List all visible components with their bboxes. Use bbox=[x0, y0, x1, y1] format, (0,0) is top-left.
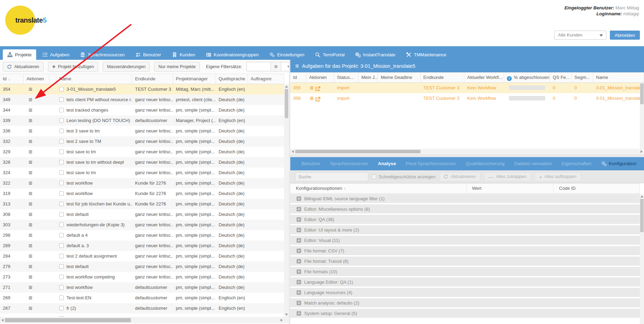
column-header-meine-deadline[interactable]: Meine Deadline bbox=[378, 73, 421, 82]
row-checkbox[interactable] bbox=[59, 97, 64, 102]
expand-group-icon[interactable]: + bbox=[297, 259, 301, 264]
row-checkbox[interactable] bbox=[59, 243, 64, 248]
scroll-up-icon[interactable] bbox=[641, 195, 643, 197]
config-group-match-analysis-defaults-2-[interactable]: + Match analysis: defaults (2) bbox=[290, 298, 640, 307]
column-header--abgeschlossen[interactable]: i% abgeschlossen bbox=[504, 73, 550, 82]
expand-group-icon[interactable]: + bbox=[297, 269, 301, 274]
row-checkbox[interactable] bbox=[59, 108, 64, 112]
row-actions-menu-icon[interactable]: ≡ bbox=[26, 106, 32, 114]
scroll-right-icon[interactable] bbox=[641, 150, 643, 153]
detail-tab-ereignisse[interactable]: Ereignisse bbox=[641, 157, 644, 170]
project-row-332[interactable]: 332≡test 2 save to TMganz neuer kritisc.… bbox=[0, 136, 284, 147]
row-actions-menu-icon[interactable]: ≡ bbox=[26, 252, 32, 260]
expand-group-icon[interactable]: + bbox=[297, 238, 301, 243]
config-refresh-button[interactable]: Aktualisieren bbox=[439, 172, 480, 181]
column-header-mein-j-[interactable]: Mein J... bbox=[359, 73, 378, 82]
column-header-code-id[interactable]: Code ID bbox=[553, 184, 640, 193]
row-checkbox[interactable] bbox=[59, 191, 64, 196]
row-checkbox[interactable] bbox=[59, 170, 64, 175]
expand-all-button[interactable]: +Alles aufklappen bbox=[534, 172, 581, 181]
nav-tab-sprachressourcen[interactable]: Sprachressourcen bbox=[76, 49, 129, 60]
search-input[interactable] bbox=[295, 172, 368, 181]
project-row-298[interactable]: 298≡default a 4ganz neuer kritisc...pm, … bbox=[0, 230, 284, 241]
expand-group-icon[interactable]: + bbox=[297, 217, 301, 222]
nav-tab-tmmaintenance[interactable]: TMMaintenance bbox=[402, 49, 451, 60]
expand-group-icon[interactable]: + bbox=[297, 228, 301, 232]
config-group-bilingual-idml-source-language-filter-1-[interactable]: + Bilingual IDML source language filter … bbox=[290, 194, 640, 203]
row-checkbox[interactable] bbox=[59, 295, 64, 300]
project-row-354[interactable]: 354≡3-01_Mission_translate5TEST Customer… bbox=[0, 84, 284, 95]
project-row-269[interactable]: 269≡Test-text-ENdefaultcustomerpm, simpl… bbox=[0, 293, 284, 303]
config-group-editor-miscellaneous-options-8-[interactable]: + Editor: Miscellaneous options (8) bbox=[290, 204, 640, 213]
column-header-aktionen[interactable]: Aktionen bbox=[24, 74, 49, 84]
row-actions-menu-icon[interactable]: ≡ bbox=[26, 148, 32, 155]
expand-group-icon[interactable]: + bbox=[297, 311, 301, 316]
panel-splitter-horizontal[interactable] bbox=[290, 154, 644, 157]
row-checkbox[interactable] bbox=[59, 254, 64, 258]
config-vertical-scrollbar[interactable] bbox=[640, 194, 644, 324]
row-checkbox[interactable] bbox=[59, 139, 64, 144]
collapse-all-button[interactable]: —Alles zuklappen bbox=[484, 172, 531, 181]
column-header-name[interactable]: Name bbox=[56, 74, 132, 84]
project-row-326[interactable]: 326≡test save to tm without deeplganz ne… bbox=[0, 157, 284, 168]
project-row-308[interactable]: 308≡test defaultganz neuer kritisc...pm,… bbox=[0, 209, 284, 220]
config-group-language-editor-qa-1-[interactable]: + Language Editor: QA (1) bbox=[290, 277, 640, 286]
column-header-auftragsnr-[interactable]: Auftragsnr. bbox=[248, 74, 284, 84]
expand-group-icon[interactable]: + bbox=[297, 290, 301, 295]
config-group-editor-visual-11-[interactable]: + Editor: Visual (11) bbox=[290, 236, 640, 245]
row-actions-menu-icon[interactable]: ≡ bbox=[26, 284, 32, 291]
config-group-file-format-transit-6-[interactable]: + File format: Transit (6) bbox=[290, 257, 640, 266]
refresh-button[interactable]: Aktualisieren bbox=[3, 62, 44, 72]
detail-tab-konfiguration[interactable]: Konfiguration bbox=[596, 157, 642, 170]
row-checkbox[interactable] bbox=[59, 275, 64, 279]
filter-sets-combobox[interactable] bbox=[246, 62, 294, 71]
row-checkbox[interactable] bbox=[59, 149, 64, 154]
show-readonly-checkbox[interactable] bbox=[372, 175, 376, 179]
project-row-349[interactable]: 349≡tets client PM without resource r...… bbox=[0, 95, 284, 105]
column-header-aktueller-workfl-[interactable]: Aktueller Workfl... bbox=[464, 73, 504, 82]
column-header-segm-[interactable]: Segm... bbox=[572, 73, 593, 82]
tasks-vertical-scrollbar[interactable] bbox=[640, 83, 644, 149]
row-checkbox[interactable] bbox=[59, 222, 64, 227]
nav-tab-instanttranslate[interactable]: AZInstantTranslate bbox=[351, 49, 400, 60]
row-actions-menu-icon[interactable]: ≡ bbox=[26, 211, 32, 218]
row-checkbox[interactable] bbox=[59, 87, 64, 91]
row-actions-menu-icon[interactable]: ≡ bbox=[26, 294, 32, 301]
only-my-projects-button[interactable]: Nur meine Projekte bbox=[154, 62, 200, 72]
column-header-id[interactable]: Id↓ bbox=[0, 74, 24, 84]
project-row-279[interactable]: 279≡test defaultganz neuer kritisc...pm,… bbox=[0, 261, 284, 272]
column-header-aktionen[interactable]: Aktionen bbox=[306, 73, 334, 82]
project-row-322[interactable]: 322≡test workflowKunde für 2276pm, simpl… bbox=[0, 178, 284, 188]
nav-tab-termportal[interactable]: TermPortal bbox=[311, 49, 349, 60]
project-row-324[interactable]: 324≡test save to tmganz neuer kritisc...… bbox=[0, 168, 284, 178]
column-header-qs-fe-[interactable]: QS Fe... bbox=[550, 73, 572, 82]
detail-tab-qualitätssicherung[interactable]: Qualitätssicherung bbox=[461, 157, 509, 170]
task-row-356[interactable]: 356 ≡ import TEST Customer 3 Kein Workfl… bbox=[290, 93, 644, 104]
column-header-name[interactable]: Name bbox=[593, 73, 644, 82]
detail-tab-dateien-verwalten[interactable]: Dateien verwalten bbox=[509, 157, 557, 170]
row-actions-menu-icon[interactable]: ≡ bbox=[26, 190, 32, 197]
config-group-language-resources-4-[interactable]: + Language resources (4) bbox=[290, 288, 640, 297]
project-row-271[interactable]: 271≡test workflowdefaultcustomerpm, simp… bbox=[0, 282, 284, 293]
column-header-wert[interactable]: Wert bbox=[466, 184, 553, 193]
config-group-system-setup-general-5-[interactable]: + System setup: General (5) bbox=[290, 309, 640, 318]
column-header-status-[interactable]: Status... bbox=[334, 73, 359, 82]
project-row-289[interactable]: 289≡default a. 3ganz neuer kritisc...pm,… bbox=[0, 241, 284, 251]
row-actions-menu-icon[interactable]: ≡ bbox=[26, 179, 32, 187]
scroll-up-icon[interactable] bbox=[285, 86, 288, 88]
detail-tab-eigenschaften[interactable]: Eigenschaften bbox=[557, 157, 596, 170]
expand-group-icon[interactable]: + bbox=[297, 249, 301, 253]
scrollbar-thumb[interactable] bbox=[285, 89, 288, 118]
nav-tab-benutzer[interactable]: Benutzer bbox=[131, 49, 166, 60]
row-checkbox[interactable] bbox=[59, 202, 64, 206]
row-actions-menu-icon[interactable]: ≡ bbox=[26, 159, 32, 166]
nav-tab-aufgaben[interactable]: Aufgaben bbox=[38, 49, 74, 60]
nav-tab-koordinatorengruppen[interactable]: Koordinatorengruppen bbox=[202, 49, 263, 60]
column-header-konfigurationsoptionen[interactable]: Konfigurationsoptionen↑ bbox=[290, 184, 466, 193]
projects-horizontal-scrollbar[interactable] bbox=[0, 317, 284, 323]
scroll-left-icon[interactable] bbox=[1, 319, 3, 322]
nav-tab-kunden[interactable]: Kunden bbox=[167, 49, 200, 60]
project-row-313[interactable]: 313≡test für job löschen bei Kunde u...K… bbox=[0, 199, 284, 209]
row-actions-menu-icon[interactable]: ≡ bbox=[26, 305, 32, 312]
row-checkbox[interactable] bbox=[59, 233, 64, 237]
